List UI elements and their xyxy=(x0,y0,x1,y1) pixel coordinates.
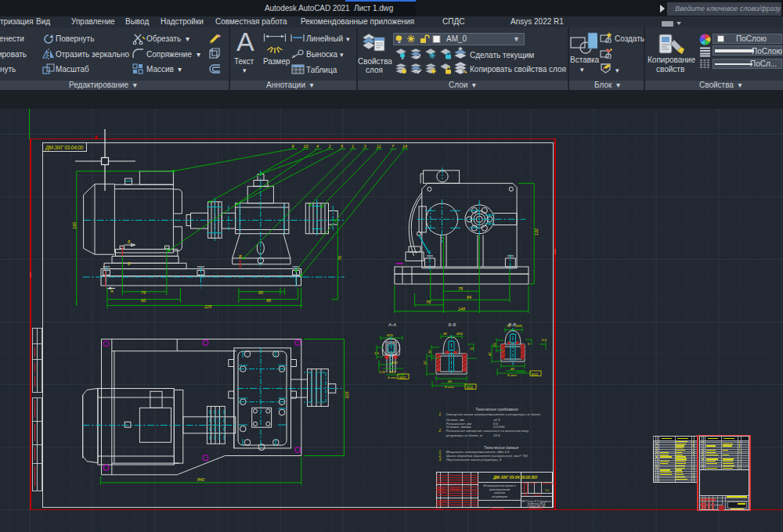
svg-text:М10: М10 xyxy=(532,372,539,376)
svg-text:10:3: 10:3 xyxy=(493,433,500,437)
svg-text:35: 35 xyxy=(493,343,496,347)
svg-text:Смещения валов электродвигател: Смещения валов электродвигателя и редукт… xyxy=(446,412,541,416)
svg-text:16: 16 xyxy=(507,324,511,328)
svg-text:1.: 1. xyxy=(439,412,442,416)
svg-text:Индивидуальный привод с: Индивидуальный привод с xyxy=(483,484,516,487)
svg-text:2,00: 2,00 xyxy=(378,370,386,374)
svg-text:10: 10 xyxy=(304,144,309,149)
svg-text:цилиндрическим: цилиндрическим xyxy=(489,488,511,491)
svg-text:Число оборотов двигателя (синх: Число оборотов двигателя (синхронное), м… xyxy=(446,454,529,458)
svg-text:48: 48 xyxy=(511,367,514,371)
svg-text:Т.контр.: Т.контр. xyxy=(437,491,447,494)
svg-text:185: 185 xyxy=(72,221,77,229)
svg-text:Радиальное смещение насадного: Радиальное смещение насадного на выходно… xyxy=(446,429,529,433)
svg-text:В: В xyxy=(239,254,242,259)
svg-text:2.: 2. xyxy=(438,454,442,458)
svg-text:1: 1 xyxy=(352,144,354,149)
svg-text:М12: М12 xyxy=(399,376,406,379)
svg-text:±2,3: ±2,3 xyxy=(493,418,500,422)
svg-text:52: 52 xyxy=(423,361,427,365)
svg-text:Передаточное число редуктора,: Передаточное число редуктора, 5 xyxy=(446,458,502,462)
svg-text:1:2: 1:2 xyxy=(545,489,549,492)
svg-text:80: 80 xyxy=(258,290,264,295)
svg-text:Ø20: Ø20 xyxy=(456,332,464,336)
svg-text:Ø25: Ø25 xyxy=(386,333,394,337)
svg-text:Ø20: Ø20 xyxy=(391,361,399,365)
svg-text:Б: Б xyxy=(128,239,131,244)
svg-text:12: 12 xyxy=(470,347,474,350)
svg-text:соосным: соосным xyxy=(494,491,506,494)
svg-text:Утв.: Утв. xyxy=(437,502,442,505)
svg-text:редуктора не более, м: редуктора не более, м xyxy=(446,433,482,437)
svg-text:325: 325 xyxy=(345,390,349,398)
svg-text:Б-Б: Б-Б xyxy=(449,322,456,327)
svg-text:76: 76 xyxy=(426,300,431,304)
svg-text:9: 9 xyxy=(292,144,294,149)
svg-text:225: 225 xyxy=(204,304,212,309)
svg-text:2: 2 xyxy=(328,144,331,149)
svg-text:60: 60 xyxy=(141,298,146,303)
svg-text:42: 42 xyxy=(488,352,492,356)
svg-text:48: 48 xyxy=(443,332,447,336)
svg-text:М16: М16 xyxy=(467,386,474,390)
svg-text:132: 132 xyxy=(534,228,539,235)
svg-text:Б: Б xyxy=(128,261,131,266)
svg-text:Петров: Петров xyxy=(450,488,460,491)
svg-text:79: 79 xyxy=(141,290,146,295)
svg-text:78: 78 xyxy=(458,286,464,291)
svg-text:Мощность электродвигателя, кВт: Мощность электродвигателя, кВт 5,5 xyxy=(446,450,510,454)
svg-text:4 отв.: 4 отв. xyxy=(507,373,518,377)
svg-text:А: А xyxy=(110,289,114,293)
svg-text:1.: 1. xyxy=(439,450,442,454)
svg-text:840: 840 xyxy=(197,477,205,482)
svg-text:редуктором: редуктором xyxy=(491,495,507,498)
svg-text:148: 148 xyxy=(458,307,466,311)
svg-text:4: 4 xyxy=(316,144,319,149)
svg-text:Масштаб: Масштаб xyxy=(542,482,554,485)
svg-text:ДМ-ЭХГ 03-04.00: ДМ-ЭХГ 03-04.00 xyxy=(45,145,83,151)
svg-text:4 отв.: 4 отв. xyxy=(388,376,398,379)
svg-text:76: 76 xyxy=(337,255,342,261)
svg-text:Угловое, мм/мм: Угловое, мм/мм xyxy=(446,425,471,429)
svg-text:6-6: 6-6 xyxy=(542,338,547,342)
svg-text:Копировал: Копировал xyxy=(490,507,504,510)
svg-text:Масса: Масса xyxy=(529,482,537,485)
svg-text:84: 84 xyxy=(467,295,471,300)
svg-text:Осевое, мм: Осевое, мм xyxy=(446,418,464,422)
svg-text:№ докум.: № докум. xyxy=(449,482,460,485)
svg-text:Лист: Лист xyxy=(521,494,529,497)
svg-text:32: 32 xyxy=(428,350,431,354)
svg-text:А-А: А-А xyxy=(388,322,396,327)
svg-text:Технические требования: Технические требования xyxy=(475,408,518,412)
svg-text:Лист: Лист xyxy=(441,482,449,485)
svg-text:96: 96 xyxy=(266,298,272,303)
svg-text:Подп.: Подп. xyxy=(463,482,470,485)
svg-text:Дата: Дата xyxy=(471,482,478,485)
svg-text:11: 11 xyxy=(377,144,381,149)
svg-text:ДМ-ЭХГ 03-04.00.00 ВО: ДМ-ЭХГ 03-04.00.00 ВО xyxy=(493,475,537,480)
svg-text:Ø15: Ø15 xyxy=(388,370,396,374)
svg-text:1,5: 1,5 xyxy=(374,351,379,355)
svg-text:Листов: Листов xyxy=(532,494,542,497)
svg-text:Формат А1: Формат А1 xyxy=(528,507,543,510)
svg-text:Не р.: Не р. xyxy=(435,507,442,510)
svg-text:64: 64 xyxy=(448,379,452,383)
svg-text:3.: 3. xyxy=(439,458,442,462)
svg-text:0,1/100: 0,1/100 xyxy=(493,425,505,429)
svg-text:14: 14 xyxy=(402,144,407,149)
svg-text:Лит.: Лит. xyxy=(521,482,529,485)
svg-text:2.: 2. xyxy=(438,429,442,433)
svg-text:Ø25: Ø25 xyxy=(515,324,523,328)
svg-text:4 отв.: 4 отв. xyxy=(445,385,455,389)
